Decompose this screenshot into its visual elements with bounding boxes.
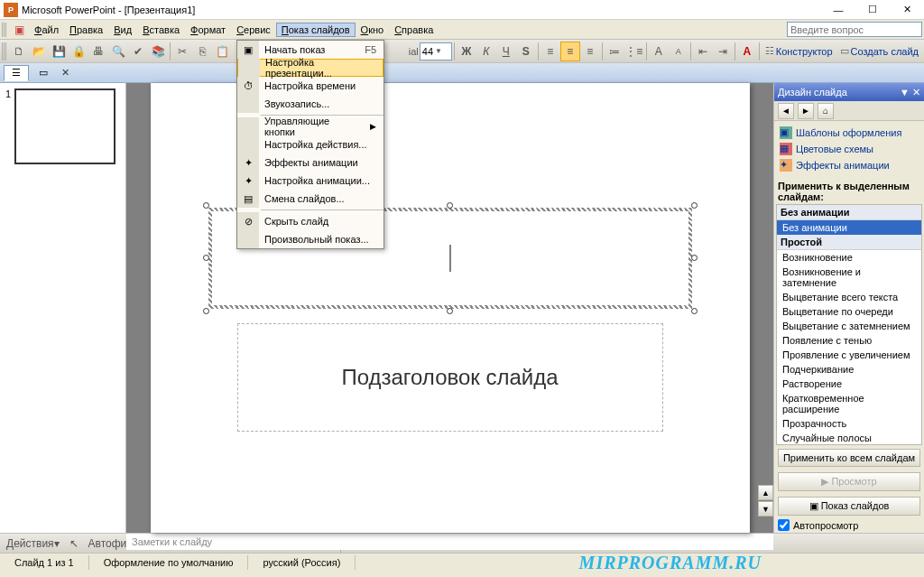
- indent-icon[interactable]: ⇥: [713, 42, 733, 61]
- slideshow-button[interactable]: ▣ Показ слайдов: [778, 497, 920, 516]
- grip-icon: [2, 42, 7, 60]
- numbering-icon[interactable]: ≔: [605, 42, 624, 61]
- menuitem[interactable]: Управляющие кнопки▶: [237, 117, 383, 135]
- subtitle-placeholder[interactable]: Подзаголовок слайда: [237, 323, 663, 432]
- paste-icon[interactable]: 📋: [212, 42, 232, 61]
- decrease-font-icon[interactable]: A: [669, 42, 688, 61]
- anim-item[interactable]: Прозрачность: [777, 416, 921, 431]
- apply-all-button[interactable]: Применить ко всем слайдам: [778, 449, 920, 467]
- outline-tab[interactable]: ☰: [4, 65, 29, 81]
- permission-icon[interactable]: 🔒: [69, 42, 88, 61]
- menuitem[interactable]: ▤Смена слайдов...: [237, 190, 383, 208]
- thumb-preview[interactable]: [14, 88, 116, 164]
- pane-dropdown-icon[interactable]: ▼: [900, 87, 910, 98]
- font-size-dropdown[interactable]: 44▼: [420, 42, 452, 60]
- preview-icon[interactable]: 🔍: [108, 42, 128, 61]
- ask-input[interactable]: [787, 22, 922, 37]
- menu-файл[interactable]: Файл: [29, 23, 64, 37]
- select-icon[interactable]: ↖: [64, 534, 84, 554]
- anim-item[interactable]: Подчеркивание: [777, 362, 921, 377]
- menuitem[interactable]: ✦Эффекты анимации: [237, 154, 383, 172]
- menu-вид[interactable]: Вид: [108, 23, 137, 37]
- notes-pane[interactable]: Заметки к слайду: [126, 533, 773, 550]
- menu-правка[interactable]: Правка: [64, 23, 108, 37]
- close-button[interactable]: ✕: [893, 2, 920, 18]
- pane-forward-button[interactable]: ►: [798, 103, 814, 119]
- autopreview-check[interactable]: Автопросмотр: [774, 517, 924, 533]
- animation-effects-link[interactable]: ✦Эффекты анимации: [778, 157, 920, 173]
- doc-close-icon[interactable]: ▣: [9, 20, 29, 40]
- menuitem[interactable]: Настройка презентации...: [237, 59, 383, 77]
- status-bar: Слайд 1 из 1 Оформление по умолчанию рус…: [0, 553, 924, 572]
- minimize-button[interactable]: —: [825, 2, 852, 18]
- animation-list[interactable]: Без анимацииБез анимацииПростойВозникнов…: [776, 204, 922, 445]
- align-left-icon[interactable]: ≡: [541, 42, 560, 61]
- font-color-icon[interactable]: A: [737, 42, 757, 61]
- thumbnail[interactable]: 1: [5, 88, 120, 164]
- menuitem[interactable]: ⊘Скрыть слайд: [237, 212, 383, 230]
- cut-icon[interactable]: ✂: [172, 42, 192, 61]
- menuitem[interactable]: ✦Настройка анимации...: [237, 172, 383, 190]
- text-cursor: [449, 245, 450, 272]
- anim-item[interactable]: Возникновение и затемнение: [777, 265, 921, 290]
- menuitem[interactable]: Настройка действия...: [237, 135, 383, 154]
- maximize-button[interactable]: ☐: [859, 2, 886, 18]
- menu-показ слайдов[interactable]: Показ слайдов: [276, 23, 356, 37]
- menu-справка[interactable]: Справка: [389, 23, 439, 37]
- anim-item[interactable]: Без анимации: [777, 220, 921, 235]
- anim-item[interactable]: Возникновение: [777, 250, 921, 265]
- thumb-number: 1: [5, 88, 11, 164]
- main-area: 1 Подзаголовок слайда ▲ ▼ З: [0, 83, 924, 533]
- anim-item[interactable]: Выцветание по очереди: [777, 304, 921, 319]
- pane-back-button[interactable]: ◄: [778, 103, 794, 119]
- color-schemes-link[interactable]: ▦Цветовые схемы: [778, 141, 920, 157]
- menuitem[interactable]: ⏱Настройка времени: [237, 77, 383, 95]
- anim-item[interactable]: Появление с тенью: [777, 333, 921, 348]
- anim-item[interactable]: Выцветание с затемнением: [777, 319, 921, 333]
- menu-сервис[interactable]: Сервис: [231, 23, 276, 37]
- anim-item[interactable]: Кратковременное расширение: [777, 391, 921, 416]
- design-link[interactable]: ☷Конструктор: [762, 45, 836, 57]
- menu-вставка[interactable]: Вставка: [137, 23, 185, 37]
- anim-item[interactable]: Растворение: [777, 377, 921, 391]
- increase-font-icon[interactable]: A: [649, 42, 669, 61]
- spell-icon[interactable]: ✔: [128, 42, 148, 61]
- menuitem[interactable]: Произвольный показ...: [237, 230, 383, 248]
- anim-item[interactable]: Проявление с увеличением: [777, 348, 921, 362]
- grip-icon: [2, 23, 7, 37]
- watermark: MIRPROGRAMM.RU: [579, 553, 762, 573]
- menu-формат[interactable]: Формат: [185, 23, 231, 37]
- new-icon[interactable]: 🗋: [9, 42, 29, 61]
- slides-tab[interactable]: ▭: [31, 65, 56, 81]
- apply-header: Применить к выделенным слайдам:: [774, 177, 924, 204]
- print-icon[interactable]: 🖶: [88, 42, 108, 61]
- next-slide-button[interactable]: ▼: [758, 501, 773, 517]
- underline-icon[interactable]: Ч: [496, 42, 516, 61]
- tabs-close-icon[interactable]: ✕: [61, 67, 69, 79]
- research-icon[interactable]: 📚: [148, 42, 168, 61]
- menu-окно[interactable]: Окно: [356, 23, 390, 37]
- anim-item[interactable]: Выцветание всего текста: [777, 290, 921, 304]
- thumbnail-panel[interactable]: 1: [0, 83, 126, 533]
- standard-toolbar: 🗋 📂 💾 🔒 🖶 🔍 ✔ 📚 ✂ ⎘ 📋 🖌 ↶ ↷ 📊 ▦ ▥ 🔗 ial …: [0, 40, 924, 63]
- pane-home-button[interactable]: ⌂: [818, 103, 834, 119]
- align-center-icon[interactable]: ≡: [560, 42, 580, 61]
- align-right-icon: ≡: [580, 42, 600, 61]
- view-tabs: ☰ ▭ ✕: [0, 63, 924, 83]
- outdent-icon[interactable]: ⇤: [693, 42, 713, 61]
- bullet-icon[interactable]: ⋮≡: [624, 42, 644, 61]
- open-icon[interactable]: 📂: [29, 42, 49, 61]
- menuitem[interactable]: Звукозапись...: [237, 95, 383, 113]
- italic-icon[interactable]: К: [476, 42, 496, 61]
- save-icon[interactable]: 💾: [49, 42, 69, 61]
- pane-close-icon[interactable]: ✕: [912, 87, 920, 98]
- actions-menu[interactable]: Действия ▾: [2, 534, 64, 554]
- new-slide-link[interactable]: ▭Создать слайд: [836, 45, 922, 57]
- anim-item[interactable]: Случайные полосы: [777, 431, 921, 445]
- prev-slide-button[interactable]: ▲: [758, 485, 773, 500]
- copy-icon[interactable]: ⎘: [192, 42, 212, 61]
- templates-link[interactable]: ▣Шаблоны оформления: [778, 125, 920, 141]
- bold-icon[interactable]: Ж: [457, 42, 476, 61]
- shadow-icon[interactable]: S: [516, 42, 536, 61]
- menuitem[interactable]: ▣Начать показF5: [237, 41, 383, 59]
